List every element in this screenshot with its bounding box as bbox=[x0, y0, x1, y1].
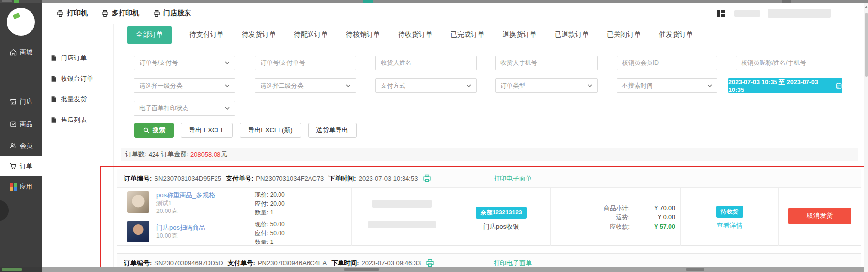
order-type-select[interactable]: 订单类型 bbox=[495, 78, 598, 93]
bottom-strip-sidebar-segment bbox=[0, 267, 42, 272]
tab-pending-payment[interactable]: 待支付订单 bbox=[189, 30, 224, 39]
chevron-down-icon bbox=[225, 84, 230, 87]
sidebar-item-label: 应用 bbox=[20, 182, 32, 191]
members-icon bbox=[9, 142, 17, 150]
verifier-id-input[interactable] bbox=[617, 56, 717, 70]
order-payment-column: 余额123213123 门店pos收银 bbox=[452, 188, 550, 246]
apps-icon bbox=[10, 183, 17, 191]
search-button[interactable]: 搜索 bbox=[134, 123, 174, 138]
receivable-value: ¥ 57.00 bbox=[630, 222, 680, 232]
order-summary-bar: 订单数: 424 订单金额: 208058.08 元 bbox=[121, 148, 858, 161]
tab-pending-receipt[interactable]: 待收货订单 bbox=[398, 30, 433, 39]
receiver-phone-input[interactable] bbox=[495, 56, 598, 70]
sidebar-item-mall[interactable]: 商城 bbox=[0, 45, 42, 59]
chevron-down-icon bbox=[346, 84, 351, 87]
sidebar-item-apps[interactable]: 应用 bbox=[0, 180, 42, 194]
store-shareholder-button[interactable]: 门店股东 bbox=[153, 9, 191, 18]
order-time-label: 下单时间: bbox=[328, 174, 356, 183]
eorder-print-status-select[interactable]: 电子面单打印状态 bbox=[134, 101, 235, 116]
totals-row: 商品小计: ¥ 70.00 bbox=[551, 204, 680, 213]
order-count-value: 424 bbox=[149, 151, 159, 158]
delivery-export-label: 送货单导出 bbox=[316, 126, 348, 135]
submenu-item-label: 门店订单 bbox=[61, 54, 87, 62]
cancel-shipment-button[interactable]: 取消发货 bbox=[788, 208, 851, 224]
tab-refunded[interactable]: 已退款订单 bbox=[555, 30, 589, 39]
product-row: 门店pos扫码商品 10.00克 现价: 50.00 应付: 50.00 数量:… bbox=[117, 217, 351, 246]
sidebar-item-label: 门店 bbox=[20, 97, 32, 106]
pay-no-value: PN2307030946A6C4EA bbox=[258, 259, 327, 267]
chevron-down-icon bbox=[466, 84, 471, 87]
category1-select[interactable]: 请选择一级分类 bbox=[134, 78, 235, 93]
bottom-strip-text-blur bbox=[2, 268, 22, 271]
order-status-column: 待收货 查看详情 bbox=[680, 188, 778, 246]
sidebar-item-orders[interactable]: 订单 bbox=[0, 156, 42, 176]
order-no-label: 订单编号: bbox=[124, 174, 152, 183]
category2-select[interactable]: 请选择二级分类 bbox=[255, 78, 356, 93]
product-thumbnail bbox=[127, 221, 149, 242]
sidebar-item-members[interactable]: 会员 bbox=[0, 139, 42, 152]
multi-printer-button[interactable]: 多打印机 bbox=[101, 9, 139, 18]
tab-urge-shipment[interactable]: 催发货订单 bbox=[659, 30, 693, 39]
dashboard-grid-icon[interactable] bbox=[717, 10, 725, 17]
product-info: 门店pos扫码商品 10.00克 bbox=[156, 223, 250, 240]
chevron-down-icon bbox=[588, 84, 592, 87]
print-receipt-icon[interactable] bbox=[426, 259, 434, 267]
export-excel-button[interactable]: 导出 EXCEL bbox=[181, 123, 233, 138]
product-spec: 20.00克 bbox=[156, 207, 250, 215]
scrollbar-thumb[interactable] bbox=[865, 13, 868, 77]
printer-button[interactable]: 打印机 bbox=[57, 9, 88, 18]
vertical-scrollbar[interactable] bbox=[864, 3, 868, 272]
submenu-item-batch-shipping[interactable]: 批量发货 bbox=[50, 93, 87, 105]
submenu-item-store-orders[interactable]: 门店订单 bbox=[50, 52, 87, 64]
avatar-logo-mark bbox=[13, 13, 20, 19]
avatar[interactable] bbox=[7, 8, 35, 36]
printer-icon bbox=[153, 10, 160, 17]
export-excel-label: 导出 EXCEL bbox=[189, 126, 224, 135]
submenu-item-cashier-orders[interactable]: 收银台订单 bbox=[50, 73, 93, 85]
order-number-input[interactable] bbox=[255, 56, 356, 70]
sidebar-item-store[interactable]: 门店 bbox=[0, 95, 42, 109]
product-spec: 10.00克 bbox=[156, 232, 250, 240]
tab-pending-delivery[interactable]: 待配送订单 bbox=[294, 30, 328, 39]
search-button-label: 搜索 bbox=[153, 126, 165, 135]
order-amount-label: 订单金额: bbox=[161, 150, 188, 159]
scrollbar-up-arrow[interactable] bbox=[865, 6, 868, 8]
select-value: 电子面单打印状态 bbox=[139, 104, 188, 113]
status-badge: 待收货 bbox=[716, 206, 743, 218]
select-value: 请选择二级分类 bbox=[260, 82, 304, 90]
product-title-link[interactable]: pos称重商品_多规格 bbox=[156, 191, 250, 199]
product-title-link[interactable]: 门店pos扫码商品 bbox=[156, 223, 250, 232]
print-eorder-link[interactable]: 打印电子面单 bbox=[494, 169, 532, 187]
view-detail-link[interactable]: 查看详情 bbox=[681, 221, 778, 230]
topbar: 打印机 多打印机 门店股东 bbox=[42, 3, 868, 24]
tab-completed[interactable]: 已完成订单 bbox=[450, 30, 485, 39]
window-bottom-strip bbox=[0, 267, 868, 272]
product-thumbnail bbox=[127, 191, 149, 213]
select-value: 订单类型 bbox=[500, 82, 525, 90]
date-range-button[interactable]: 2023-07-03 10:35 至 2023-07-03 10:35 bbox=[728, 78, 842, 93]
pay-no-label: 支付单号: bbox=[228, 259, 255, 268]
submenu-item-aftersales-list[interactable]: 售后列表 bbox=[50, 114, 87, 126]
print-receipt-icon[interactable] bbox=[423, 174, 431, 182]
verifier-name-input[interactable] bbox=[736, 56, 837, 70]
export-excel-new-button[interactable]: 导出EXCEL(新) bbox=[240, 123, 301, 138]
sidebar-item-products[interactable]: 商品 bbox=[0, 118, 42, 131]
filter-action-row: 搜索 导出 EXCEL 导出EXCEL(新) 送货单导出 bbox=[134, 123, 357, 138]
pay-method-select[interactable]: 支付方式 bbox=[375, 78, 477, 93]
document-icon bbox=[50, 75, 57, 82]
cart-icon bbox=[9, 162, 17, 170]
order-submenu: 门店订单 收银台订单 批量发货 售后列表 bbox=[42, 24, 114, 272]
tab-returns[interactable]: 退换货订单 bbox=[502, 30, 537, 39]
receiver-name-input[interactable] bbox=[375, 56, 477, 70]
tab-pending-shipment[interactable]: 待发货订单 bbox=[242, 30, 276, 39]
printer-icon bbox=[101, 10, 109, 17]
document-icon bbox=[50, 55, 57, 61]
redacted-account-info bbox=[768, 9, 831, 18]
tab-closed[interactable]: 已关闭订单 bbox=[607, 30, 641, 39]
delivery-export-button[interactable]: 送货单导出 bbox=[308, 123, 357, 138]
printer-button-label: 打印机 bbox=[67, 9, 88, 18]
time-mode-select[interactable]: 不搜索时间 bbox=[617, 78, 717, 93]
tab-pending-verification[interactable]: 待核销订单 bbox=[346, 30, 380, 39]
tab-all-orders[interactable]: 全部订单 bbox=[127, 26, 172, 44]
order-field-select[interactable]: 订单号/支付号 bbox=[134, 56, 235, 70]
